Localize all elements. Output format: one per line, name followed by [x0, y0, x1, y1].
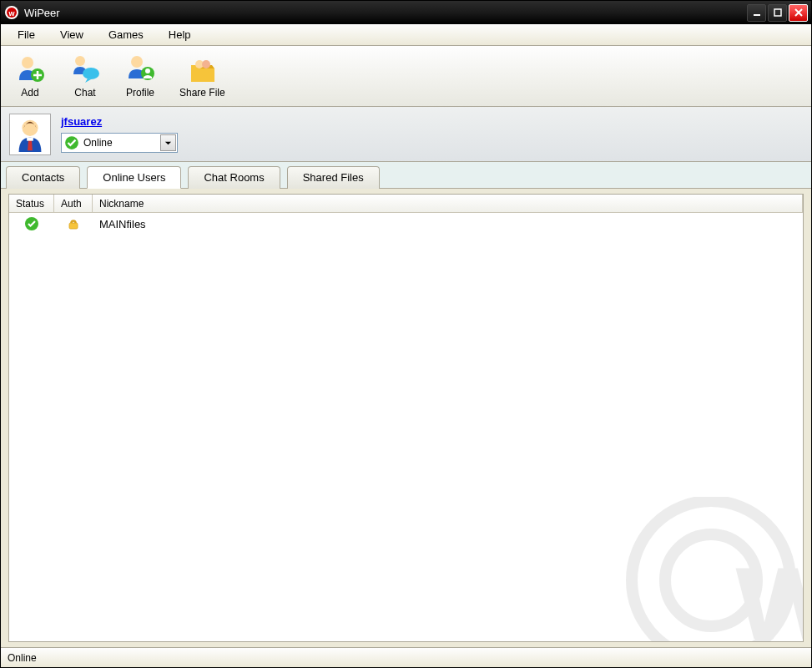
row-status-icon [9, 216, 54, 231]
add-user-icon [14, 53, 46, 85]
share-file-button[interactable]: Share File [174, 52, 230, 100]
chat-label: Chat [74, 87, 95, 99]
status-online-icon [64, 135, 79, 150]
status-dropdown-button[interactable] [160, 134, 176, 151]
chat-icon [69, 53, 101, 85]
status-text: Online [82, 137, 159, 149]
list-header: Status Auth Nickname [9, 195, 803, 213]
add-label: Add [21, 87, 38, 99]
statusbar: Online [1, 647, 811, 667]
profile-icon [124, 53, 156, 85]
toolbar: Add Chat Profile Share File [1, 46, 811, 107]
tab-online-users[interactable]: Online Users [87, 166, 181, 189]
titlebar[interactable]: w WiPeer [1, 1, 811, 24]
user-panel: jfsuarez Online [1, 107, 811, 162]
svg-point-9 [131, 56, 143, 68]
tab-chat-rooms[interactable]: Chat Rooms [188, 166, 280, 189]
minimize-button[interactable] [747, 4, 766, 22]
tab-contacts[interactable]: Contacts [6, 166, 80, 189]
svg-text:w: w [8, 9, 15, 18]
svg-point-11 [145, 68, 150, 73]
close-button[interactable] [789, 4, 808, 22]
chat-button[interactable]: Chat [64, 52, 106, 100]
svg-point-8 [83, 68, 99, 79]
share-file-icon [186, 53, 218, 85]
maximize-button[interactable] [768, 4, 787, 22]
app-icon: w [4, 5, 19, 20]
svg-rect-15 [27, 137, 33, 140]
username-link[interactable]: jfsuarez [61, 115, 178, 128]
profile-label: Profile [126, 87, 154, 99]
svg-rect-3 [754, 14, 760, 16]
profile-button[interactable]: Profile [119, 52, 161, 100]
menubar: File View Games Help [1, 24, 811, 46]
share-label: Share File [179, 87, 225, 99]
tabs: Contacts Online Users Chat Rooms Shared … [1, 162, 811, 189]
user-info: jfsuarez Online [61, 115, 178, 153]
statusbar-text: Online [8, 652, 37, 664]
app-window: w WiPeer File View Games Help Add [0, 0, 812, 668]
row-nickname: MAINfiles [93, 218, 803, 230]
row-auth-icon [54, 216, 93, 231]
menu-help[interactable]: Help [157, 27, 203, 43]
add-button[interactable]: Add [9, 52, 51, 100]
column-status[interactable]: Status [9, 195, 54, 212]
list-body: MAINfiles [9, 213, 803, 641]
window-title: WiPeer [24, 7, 747, 19]
column-nickname[interactable]: Nickname [93, 195, 803, 212]
window-controls [747, 4, 808, 22]
menu-games[interactable]: Games [97, 27, 155, 43]
tab-shared-files[interactable]: Shared Files [287, 166, 380, 189]
svg-point-5 [22, 57, 33, 68]
status-select[interactable]: Online [61, 133, 178, 153]
svg-rect-4 [774, 9, 781, 16]
svg-rect-18 [69, 223, 78, 229]
menu-view[interactable]: View [48, 27, 95, 43]
column-auth[interactable]: Auth [54, 195, 93, 212]
svg-point-13 [202, 60, 210, 68]
content-area: Status Auth Nickname MAINfiles w [8, 194, 804, 642]
menu-file[interactable]: File [6, 27, 47, 43]
svg-point-7 [75, 56, 85, 66]
avatar[interactable] [9, 114, 51, 155]
table-row[interactable]: MAINfiles [9, 213, 803, 235]
